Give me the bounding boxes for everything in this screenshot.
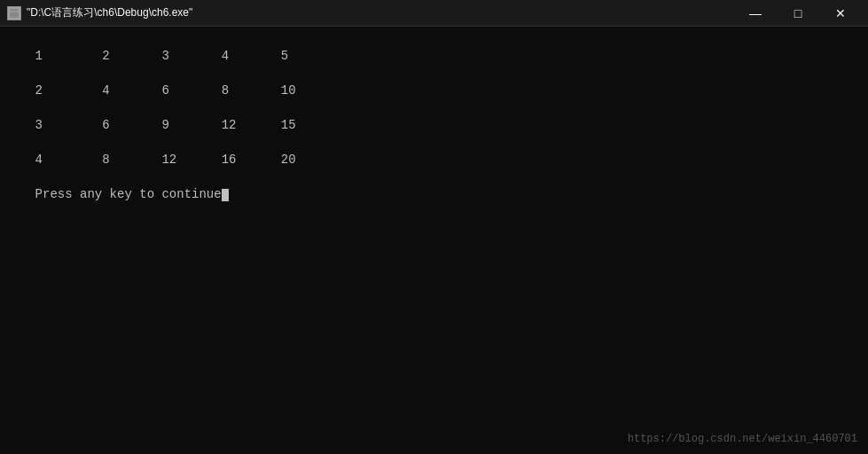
window-controls: — □ ✕ [735,0,861,27]
watermark: https://blog.csdn.net/weixin_4460701 [628,432,857,447]
window-title: "D:\C语言练习\ch6\Debug\ch6.exe" [27,5,192,20]
title-bar: "D:\C语言练习\ch6\Debug\ch6.exe" — □ ✕ [0,0,868,27]
console-output: 1 2 3 4 5 2 4 6 8 10 3 6 9 12 15 4 8 12 … [5,30,863,222]
console-line-4: 4 8 12 16 20 [35,153,296,167]
title-bar-left: "D:\C语言练习\ch6\Debug\ch6.exe" [7,5,192,20]
console-line-3: 3 6 9 12 15 [35,118,296,132]
minimize-button[interactable]: — [735,0,776,27]
maximize-button[interactable]: □ [778,0,818,27]
console-line-5: Press any key to continue [35,187,222,201]
console-line-1: 1 2 3 4 5 [35,49,289,63]
app-icon [7,6,21,20]
close-button[interactable]: ✕ [820,0,861,27]
svg-rect-2 [10,9,12,11]
console-area: 1 2 3 4 5 2 4 6 8 10 3 6 9 12 15 4 8 12 … [0,27,868,454]
console-line-2: 2 4 6 8 10 [35,83,296,98]
cursor [222,189,229,201]
